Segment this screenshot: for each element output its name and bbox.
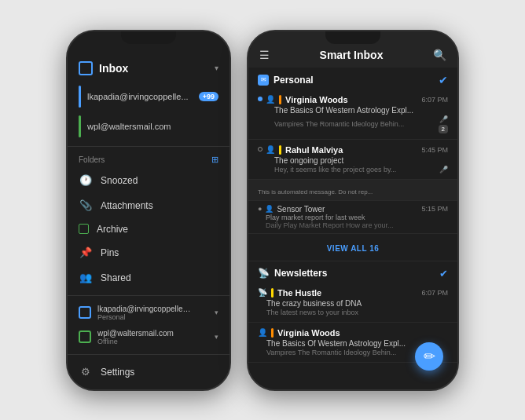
account-chevron-2: ▾ [215, 333, 218, 341]
account-dot-blue [79, 86, 81, 108]
email-item-rahul[interactable]: 👤 Rahul Malviya 5:45 PM The ongoing proj… [248, 140, 457, 180]
account-row-2[interactable]: wpl@waltersmail.com [68, 111, 229, 141]
drawer: Inbox ▾ lkapadia@irvingcoppelle... +99 w… [68, 47, 229, 389]
snoozed-label: Snoozed [101, 175, 138, 186]
sender-virginia-nl: Virginia Woods [277, 328, 448, 338]
bottom-account-info-1: lkapadia@irvingcoppellen.... Personal [97, 305, 208, 321]
sidebar-item-attachments[interactable]: 📎 Attachments [68, 193, 229, 218]
subject-hustle: The crazy business of DNA [258, 299, 448, 308]
bottom-account-sub-2: Offline [97, 338, 208, 345]
compose-fab[interactable]: ✏ [415, 342, 443, 371]
email-top-rahul: 👤 Rahul Malviya 5:45 PM [266, 145, 448, 155]
newsletter-item-hustle[interactable]: 📡 The Hustle 6:07 PM The crazy business … [248, 283, 457, 323]
time-rahul: 5:45 PM [421, 146, 448, 154]
right-notch [325, 31, 380, 44]
unread-dot [258, 97, 262, 101]
sidebar-item-archive[interactable]: Archive [68, 218, 229, 240]
account-row-1[interactable]: lkapadia@irvingcoppelle... +99 [68, 82, 229, 111]
folders-label: Folders [79, 155, 105, 164]
sidebar-item-snoozed[interactable]: 🕐 Snoozed [68, 168, 229, 193]
bottom-account-icon-2 [79, 331, 91, 343]
subject-rahul: The ongoing project [266, 156, 448, 165]
folders-manage-icon[interactable]: ⊞ [211, 155, 218, 165]
right-phone: ☰ Smart Inbox 🔍 ✉ Personal ✔ [247, 30, 459, 391]
view-all-text: VIEW ALL 16 [327, 244, 380, 253]
chevron-down-icon: ▾ [215, 64, 218, 72]
account-email-1: lkapadia@irvingcoppelle... [87, 92, 193, 101]
newsletters-check-icon[interactable]: ✔ [439, 268, 448, 279]
person-icon-sensor: 👤 [265, 205, 274, 213]
count-badge: 2 [439, 125, 448, 133]
left-phone: Inbox ▾ lkapadia@irvingcoppelle... +99 w… [66, 30, 231, 391]
account-email-2: wpl@waltersmail.com [87, 122, 218, 131]
sidebar-item-pins[interactable]: 📌 Pins [68, 240, 229, 265]
newsletters-section-header: 📡 Newsletters ✔ [248, 261, 457, 283]
person-icon-rahul: 👤 [266, 145, 275, 154]
account-badge-1: +99 [199, 92, 218, 101]
shared-icon: 👥 [79, 271, 93, 285]
email-item-virginia[interactable]: 👤 Virginia Woods 6:07 PM The Basics Of W… [248, 89, 457, 140]
bottom-account-email-1: lkapadia@irvingcoppellen.... [97, 305, 192, 313]
hamburger-icon[interactable]: ☰ [259, 49, 270, 61]
email-top-virginia-nl: 👤 Virginia Woods [258, 328, 448, 338]
priority-bar-orange [279, 95, 281, 104]
newsletters-title: Newsletters [274, 268, 435, 279]
personal-section-title: Personal [274, 75, 434, 86]
personal-check-icon[interactable]: ✔ [439, 74, 448, 86]
email-top-hustle: 📡 The Hustle 6:07 PM [258, 288, 448, 298]
automated-text: This is automated message. Do not rep... [258, 188, 373, 195]
attach-icon: 🎤 [439, 115, 448, 123]
bottom-account-1[interactable]: lkapadia@irvingcoppellen.... Personal ▾ [68, 301, 229, 325]
account-chevron-1: ▾ [215, 309, 218, 316]
bottom-account-info-2: wpl@waltersmail.com Offline [97, 329, 208, 345]
account-dot-green [79, 115, 81, 137]
left-screen: Inbox ▾ lkapadia@irvingcoppelle... +99 w… [68, 31, 229, 389]
inbox-content: ✉ Personal ✔ 👤 Virgini [248, 68, 457, 389]
settings-label: Settings [101, 367, 134, 378]
view-all-banner[interactable]: VIEW ALL 16 [248, 234, 457, 261]
bottom-account-icon-1 [79, 306, 91, 319]
inbox-title: Smart Inbox [277, 49, 425, 61]
priority-bar-virginia-nl [271, 328, 274, 338]
pins-label: Pins [101, 247, 119, 258]
search-icon[interactable]: 🔍 [433, 49, 446, 61]
left-notch [121, 31, 176, 44]
preview-virginia: Vampires The Romantic Ideology Behin... [266, 120, 435, 128]
newsletters-icon: 📡 [258, 268, 270, 279]
subject-virginia: The Basics Of Western Astrology Expl... [266, 106, 448, 115]
bottom-account-email-2: wpl@waltersmail.com [97, 329, 192, 338]
attach-icon-rahul: 🎤 [439, 166, 448, 173]
person-icon: 👤 [266, 95, 275, 104]
personal-section-icon: ✉ [258, 75, 269, 86]
inbox-label: Inbox [99, 62, 208, 75]
hustle-icon: 📡 [258, 288, 267, 297]
drawer-inbox-row[interactable]: Inbox ▾ [68, 55, 229, 82]
sensor-time: 5:15 PM [421, 205, 448, 213]
personal-section-header: ✉ Personal ✔ [248, 68, 457, 89]
time-virginia: 6:07 PM [421, 96, 448, 104]
divider-1 [68, 146, 229, 147]
right-screen: ☰ Smart Inbox 🔍 ✉ Personal ✔ [248, 31, 457, 389]
bottom-account-sub-1: Personal [97, 313, 208, 321]
sidebar-item-settings[interactable]: ⚙ Settings [68, 360, 229, 385]
inbox-icon [79, 61, 93, 75]
shared-label: Shared [101, 272, 131, 283]
sidebar-item-shared[interactable]: 👥 Shared [68, 265, 229, 290]
sensor-preview: Daily Play Market Report How are your... [258, 221, 448, 229]
priority-bar-hustle [271, 288, 274, 298]
divider-2 [68, 295, 229, 296]
sensor-subject: Play market report for last week [258, 214, 448, 221]
priority-bar-yellow [279, 145, 281, 155]
preview-rahul: Hey, it seems like the project goes by..… [266, 166, 436, 173]
sensor-tower-item[interactable]: ● 👤 Sensor Tower 5:15 PM Play market rep… [248, 201, 457, 234]
compose-icon: ✏ [424, 349, 435, 363]
snoozed-icon: 🕐 [79, 173, 93, 188]
attachments-icon: 📎 [79, 199, 93, 213]
automated-message: This is automated message. Do not rep... [248, 180, 457, 201]
sensor-sender: Sensor Tower [277, 205, 418, 214]
sensor-top: ● 👤 Sensor Tower 5:15 PM [258, 205, 448, 214]
email-top-virginia: 👤 Virginia Woods 6:07 PM [266, 95, 448, 104]
preview-hustle: The latest news to your inbox [258, 309, 448, 316]
bottom-account-2[interactable]: wpl@waltersmail.com Offline ▾ [68, 325, 229, 349]
sender-rahul: Rahul Malviya [285, 145, 417, 155]
